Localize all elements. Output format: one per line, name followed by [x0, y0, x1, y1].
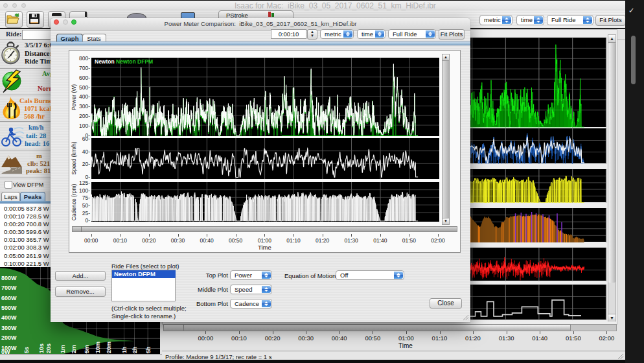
svg-text:20s: 20s: [45, 344, 52, 353]
svg-text:1m: 1m: [60, 345, 66, 353]
svg-text:1h: 1h: [121, 346, 128, 353]
svg-text:600W: 600W: [1, 295, 17, 301]
svg-text:5s: 5s: [23, 347, 30, 353]
svg-text:400W: 400W: [1, 314, 17, 321]
svg-text:300W: 300W: [1, 325, 17, 331]
svg-text:2h: 2h: [132, 346, 138, 353]
svg-text:5h: 5h: [145, 346, 152, 353]
svg-text:800W: 800W: [1, 275, 17, 281]
svg-text:500W: 500W: [1, 305, 17, 311]
svg-text:2m: 2m: [71, 345, 77, 353]
svg-text:700W: 700W: [1, 285, 17, 291]
svg-text:10m: 10m: [95, 342, 101, 353]
svg-text:200W: 200W: [1, 334, 17, 341]
svg-text:10s: 10s: [38, 344, 45, 353]
svg-text:20m: 20m: [106, 342, 112, 353]
svg-text:5m: 5m: [84, 345, 90, 353]
